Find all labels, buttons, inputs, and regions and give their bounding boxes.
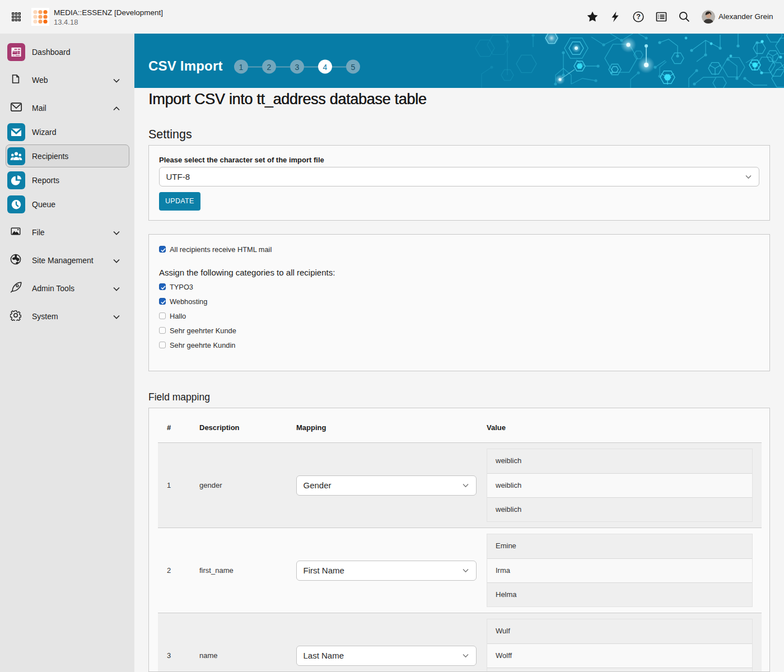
svg-text:?: ? (636, 13, 641, 21)
